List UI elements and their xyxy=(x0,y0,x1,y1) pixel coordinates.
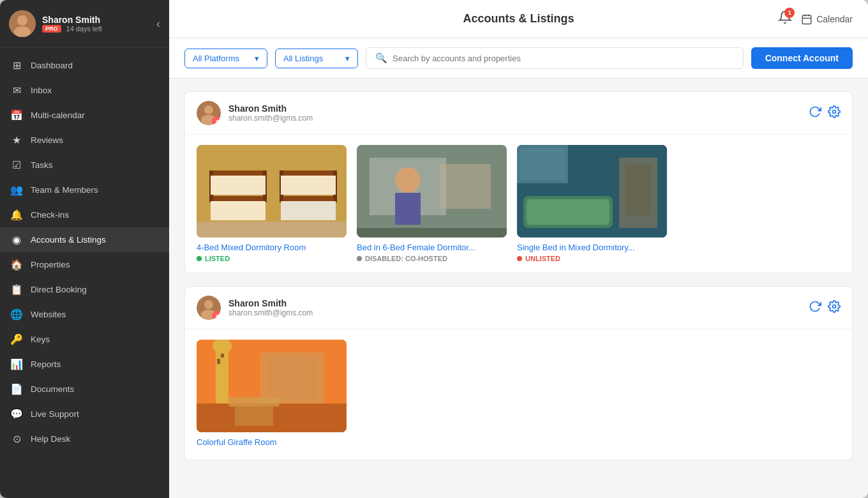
sidebar-item-dashboard[interactable]: ⊞ Dashboard xyxy=(0,53,169,78)
sidebar: Sharon Smith PRO 14 days left ‹ ⊞ Dashbo… xyxy=(0,0,169,498)
search-icon: 🔍 xyxy=(375,52,387,64)
svg-point-8 xyxy=(204,105,213,114)
nav-icon-keys: 🔑 xyxy=(10,333,23,345)
refresh-button[interactable] xyxy=(809,300,821,316)
nav-icon-checkins: 🔔 xyxy=(10,209,23,221)
svg-rect-23 xyxy=(281,201,336,220)
svg-rect-22 xyxy=(281,176,336,195)
nav-label-live-support: Live Support xyxy=(31,409,79,419)
nav-label-documents: Documents xyxy=(31,384,74,394)
connect-account-button[interactable]: Connect Account xyxy=(751,47,853,69)
user-info: Sharon Smith PRO 14 days left xyxy=(42,15,102,33)
sidebar-item-reviews[interactable]: ★ Reviews xyxy=(0,128,169,153)
nav-label-team: Team & Members xyxy=(31,185,98,195)
listing-image-listing-2 xyxy=(357,145,507,238)
sidebar-item-live-support[interactable]: 💬 Live Support xyxy=(0,402,169,426)
sidebar-item-documents[interactable]: 📄 Documents xyxy=(0,377,169,402)
sidebar-item-multi-calendar[interactable]: 📅 Multi-calendar xyxy=(0,103,169,128)
sidebar-item-inbox[interactable]: ✉ Inbox xyxy=(0,78,169,103)
account-email: sharon.smith@igms.com xyxy=(228,114,313,123)
notifications-button[interactable]: 1 xyxy=(778,10,792,27)
nav-label-dashboard: Dashboard xyxy=(31,61,73,70)
nav-label-keys: Keys xyxy=(31,335,50,344)
nav-icon-websites: 🌐 xyxy=(10,308,23,321)
sidebar-nav: ⊞ Dashboard✉ Inbox📅 Multi-calendar★ Revi… xyxy=(0,48,169,498)
svg-rect-36 xyxy=(625,164,651,215)
sidebar-item-direct-booking[interactable]: 📋 Direct Booking xyxy=(0,277,169,302)
listing-status: DISABLED: CO-HOSTED xyxy=(357,255,507,262)
airbnb-badge: ✦ xyxy=(212,116,221,125)
status-dot xyxy=(517,256,522,261)
sidebar-item-help-desk[interactable]: ⊙ Help Desk xyxy=(0,426,169,451)
listing-card-listing-1[interactable]: 4-Bed Mixed Dormitory Room LISTED xyxy=(197,145,347,262)
refresh-button[interactable] xyxy=(809,105,821,121)
listing-card-listing-3[interactable]: Single Bed in Mixed Dormitory... UNLISTE… xyxy=(517,145,667,262)
nav-icon-dashboard: ⊞ xyxy=(10,59,23,72)
search-box: 🔍 xyxy=(366,47,744,69)
account-info-account-1: ✦ Sharon Smith sharon.smith@igms.com xyxy=(197,101,313,125)
svg-rect-54 xyxy=(235,407,273,426)
svg-point-40 xyxy=(204,300,213,309)
listing-image-listing-1 xyxy=(197,145,347,238)
listing-card-listing-4[interactable]: Colorful Giraffe Room xyxy=(197,340,347,449)
sidebar-item-reports[interactable]: 📊 Reports xyxy=(0,352,169,377)
nav-label-websites: Websites xyxy=(31,310,66,319)
svg-rect-29 xyxy=(357,228,507,238)
listing-status: UNLISTED xyxy=(517,255,667,262)
svg-rect-18 xyxy=(280,170,337,176)
sidebar-item-accounts[interactable]: ◉ Accounts & Listings xyxy=(0,227,169,252)
nav-label-inbox: Inbox xyxy=(31,86,52,95)
account-avatar-account-1: ✦ xyxy=(197,101,221,125)
svg-rect-3 xyxy=(802,15,811,24)
account-details-account-2: Sharon Smith sharon.smith@igms.com xyxy=(228,298,313,317)
account-section-account-2: ✦ Sharon Smith sharon.smith@igms.com xyxy=(184,286,853,460)
account-actions-account-1 xyxy=(809,105,841,121)
svg-point-1 xyxy=(17,15,27,26)
sidebar-item-team[interactable]: 👥 Team & Members xyxy=(0,177,169,202)
user-profile[interactable]: Sharon Smith PRO 14 days left xyxy=(9,10,102,37)
sidebar-item-websites[interactable]: 🌐 Websites xyxy=(0,302,169,327)
svg-point-10 xyxy=(833,110,836,113)
status-dot xyxy=(197,256,202,261)
sidebar-item-tasks[interactable]: ☑ Tasks xyxy=(0,153,169,177)
chevron-down-icon: ▾ xyxy=(345,54,350,63)
notification-badge: 1 xyxy=(784,8,795,18)
svg-point-27 xyxy=(395,167,421,193)
days-left: 14 days left xyxy=(66,25,102,33)
sidebar-item-checkins[interactable]: 🔔 Check-ins xyxy=(0,202,169,227)
nav-icon-multi-calendar: 📅 xyxy=(10,109,23,121)
listing-status: LISTED xyxy=(197,255,347,262)
settings-button[interactable] xyxy=(828,300,841,316)
svg-rect-24 xyxy=(197,222,347,238)
svg-rect-30 xyxy=(440,164,491,209)
nav-label-reviews: Reviews xyxy=(31,135,63,145)
chevron-down-icon: ▾ xyxy=(255,54,259,63)
search-input[interactable] xyxy=(393,54,734,63)
sidebar-header: Sharon Smith PRO 14 days left ‹ xyxy=(0,0,169,48)
listing-card-listing-2[interactable]: Bed in 6-Bed Female Dormitor... DISABLED… xyxy=(357,145,507,262)
status-label: LISTED xyxy=(205,255,230,262)
nav-icon-help-desk: ⊙ xyxy=(10,433,23,445)
sidebar-item-keys[interactable]: 🔑 Keys xyxy=(0,327,169,352)
sidebar-collapse-button[interactable]: ‹ xyxy=(156,17,160,31)
listings-grid-account-1: 4-Bed Mixed Dormitory Room LISTED Bed in… xyxy=(185,135,852,273)
listings-filter[interactable]: All Listings ▾ xyxy=(275,49,358,68)
account-info-account-2: ✦ Sharon Smith sharon.smith@igms.com xyxy=(197,296,313,320)
account-header-account-2: ✦ Sharon Smith sharon.smith@igms.com xyxy=(185,287,852,329)
svg-rect-13 xyxy=(209,196,267,201)
svg-rect-53 xyxy=(228,397,280,407)
svg-rect-19 xyxy=(280,196,337,201)
settings-button[interactable] xyxy=(828,105,841,121)
account-actions-account-2 xyxy=(809,300,841,316)
platforms-filter[interactable]: All Platforms ▾ xyxy=(184,49,267,68)
nav-label-properties: Properties xyxy=(31,260,70,269)
svg-rect-34 xyxy=(527,199,610,225)
calendar-button[interactable]: Calendar xyxy=(801,13,853,25)
account-name: Sharon Smith xyxy=(228,103,313,114)
nav-icon-reports: 📊 xyxy=(10,358,23,370)
nav-icon-direct-booking: 📋 xyxy=(10,283,23,296)
nav-icon-tasks: ☑ xyxy=(10,159,23,171)
listing-title-listing-2: Bed in 6-Bed Female Dormitor... xyxy=(357,243,507,252)
account-header-account-1: ✦ Sharon Smith sharon.smith@igms.com xyxy=(185,92,852,135)
sidebar-item-properties[interactable]: 🏠 Properties xyxy=(0,252,169,277)
